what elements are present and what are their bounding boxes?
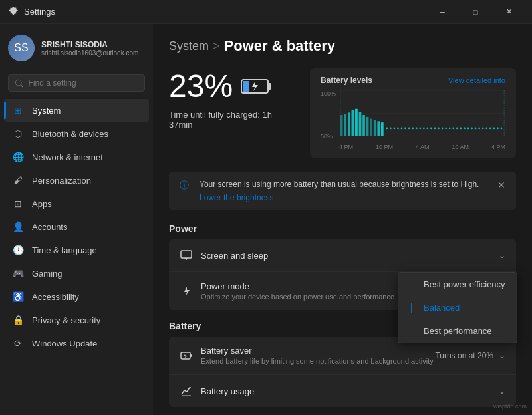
svg-rect-7 [348,112,350,136]
chart-y-labels: 100% 50% [321,90,336,140]
battery-saver-chevron: ⌄ [499,351,505,360]
sidebar-item-gaming[interactable]: 🎮 Gaming [4,262,149,285]
minimize-button[interactable]: ─ [427,1,458,23]
svg-rect-8 [352,110,354,136]
battery-saver-icon [180,349,193,362]
screen-sleep-chevron: ⌄ [499,251,505,260]
sidebar-item-update[interactable]: ⟳ Windows Update [4,332,149,354]
nav-icon-accounts: 👤 [12,221,24,233]
power-settings-card: Screen and sleep ⌄ Power mode [169,239,516,310]
nav-label-bluetooth: Bluetooth & devices [32,129,108,139]
search-icon [15,79,23,88]
breadcrumb-separator: > [213,39,220,53]
nav-icon-privacy: 🔒 [12,314,24,326]
svg-rect-13 [370,119,372,136]
svg-rect-19 [393,128,395,130]
battery-settings-card: Battery saver Extend battery life by lim… [169,337,516,407]
sidebar: SS SRISHTI SISODIA srishti.sisodia1603@o… [0,24,153,415]
sidebar-item-apps[interactable]: ⊡ Apps [4,192,149,215]
svg-rect-10 [359,112,362,136]
battery-percent-row: 23% [169,68,294,104]
svg-rect-21 [401,128,403,130]
sidebar-item-accessibility[interactable]: ♿ Accessibility [4,285,149,308]
dropdown-item-performance[interactable]: Best performance [398,319,517,343]
battery-saver-text: Battery saver Extend battery life by lim… [201,346,435,365]
svg-rect-33 [445,128,447,130]
nav-label-network: Network & internet [32,152,103,162]
svg-rect-16 [381,122,384,136]
svg-rect-27 [423,128,425,130]
sidebar-item-bluetooth[interactable]: ⬡ Bluetooth & devices [4,122,149,145]
sidebar-item-privacy[interactable]: 🔒 Privacy & security [4,309,149,331]
svg-rect-29 [430,128,432,130]
balanced-check: │ [409,303,418,313]
battery-time-label: Time until fully charged: [169,110,260,120]
performance-label: Best performance [424,326,492,336]
svg-rect-35 [452,128,454,130]
svg-rect-22 [404,128,406,130]
power-section-label: Power [169,223,516,234]
power-mode-icon [180,285,193,298]
search-box[interactable] [8,74,145,92]
chart-y-50: 50% [321,133,336,140]
battery-section: 23% Time until fully charged: [169,68,516,158]
power-mode-row[interactable]: Power mode Optimize your device based on… [169,272,516,310]
sidebar-item-personalization[interactable]: 🖌 Personalization [4,169,149,192]
svg-rect-44 [485,128,487,130]
sidebar-item-time[interactable]: 🕐 Time & language [4,239,149,261]
battery-usage-icon [180,384,193,398]
battery-icon [241,77,273,96]
svg-rect-39 [467,128,469,130]
sidebar-item-accounts[interactable]: 👤 Accounts [4,215,149,238]
battery-usage-right: ⌄ [499,386,505,396]
settings-icon [8,7,19,17]
lower-brightness-link[interactable]: Lower the brightness [200,193,492,202]
view-detailed-link[interactable]: View detailed info [448,76,505,84]
svg-rect-24 [412,128,414,130]
battery-usage-row[interactable]: Battery usage ⌄ [169,375,516,407]
svg-rect-46 [493,128,495,130]
svg-rect-55 [190,354,192,357]
sidebar-item-network[interactable]: 🌐 Network & internet [4,146,149,168]
nav-icon-gaming: 🎮 [12,267,24,279]
sidebar-item-system[interactable]: ⊞ System [4,99,149,122]
user-name: SRISHTI SISODIA [41,40,138,49]
battery-saver-value: Turns on at 20% [435,351,493,360]
efficiency-label: Best power efficiency [424,279,505,289]
alert-text: Your screen is using more battery than u… [200,180,492,189]
battery-usage-title: Battery usage [201,386,499,396]
svg-rect-32 [442,128,444,130]
chart-y-100: 100% [321,90,336,97]
breadcrumb: System > Power & battery [169,37,516,55]
svg-rect-31 [438,128,440,130]
alert-close-button[interactable]: ✕ [497,180,505,190]
dropdown-item-balanced[interactable]: │ Balanced [398,296,517,319]
breadcrumb-current: Power & battery [224,37,336,55]
user-profile[interactable]: SS SRISHTI SISODIA srishti.sisodia1603@o… [0,24,153,72]
chart-x-2: 10 PM [376,144,393,150]
nav-icon-system: ⊞ [12,104,24,116]
svg-rect-48 [501,128,503,130]
search-input[interactable] [29,78,138,88]
battery-saver-title: Battery saver [201,346,435,356]
close-button[interactable]: ✕ [493,1,524,23]
svg-rect-45 [489,128,491,130]
svg-rect-20 [397,128,399,130]
dropdown-item-efficiency[interactable]: Best power efficiency [398,273,517,296]
balanced-label: Balanced [424,303,460,313]
nav-label-apps: Apps [32,199,52,209]
alert-icon: ⓘ [180,180,189,192]
maximize-button[interactable]: □ [460,1,491,23]
svg-rect-1 [268,83,271,90]
user-email: srishti.sisodia1603@outlook.com [41,49,138,57]
svg-rect-37 [460,128,462,130]
svg-rect-15 [377,121,380,136]
breadcrumb-system[interactable]: System [169,39,209,53]
power-section: Power Screen and sleep ⌄ [169,223,516,310]
user-info: SRISHTI SISODIA srishti.sisodia1603@outl… [41,40,138,57]
svg-rect-38 [464,128,466,130]
nav-icon-apps: ⊡ [12,198,24,209]
battery-left: 23% Time until fully charged: [169,68,294,158]
screen-sleep-row[interactable]: Screen and sleep ⌄ [169,239,516,272]
nav-label-privacy: Privacy & security [32,315,100,325]
